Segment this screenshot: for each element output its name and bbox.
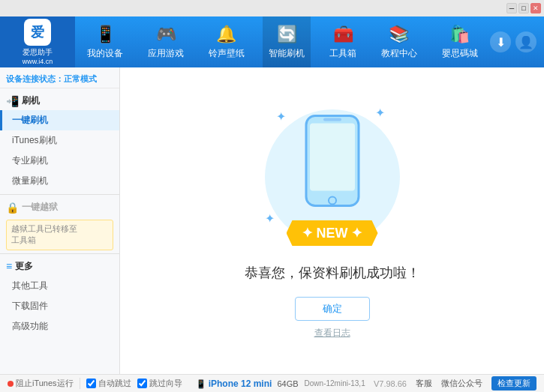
status-bar: 设备连接状态：正常模式 [0,70,119,88]
phone-svg [302,112,362,210]
logo-icon: 爱 [24,19,51,46]
more-section-icon: ≡ [6,260,12,272]
maximize-button[interactable]: □ [518,3,529,13]
sidebar: 设备连接状态：正常模式 📲 刷机 一键刷机 iTunes刷机 专业刷机 微量刷机… [0,67,120,374]
download-button[interactable]: ⬇ [490,31,511,52]
nav-item-ringtones[interactable]: 🔔 铃声壁纸 [203,16,251,67]
sparkle-1: ✦ [276,109,286,124]
content-area: ✦ ✦ ✦ ✦ NEW ✦ 恭喜您，保资料刷机成功啦！ 确定 查看日志 [120,67,544,374]
device-info: 📱 iPhone 12 mini 64GB [196,379,299,389]
smart-flash-icon: 🔄 [277,25,297,44]
nav-item-smart-flash[interactable]: 🔄 智能刷机 [263,16,311,67]
toolbox-icon: 🧰 [333,25,353,44]
svg-rect-1 [310,124,355,191]
my-device-icon: 📱 [95,25,116,44]
customer-service-link[interactable]: 客服 [416,378,432,389]
sidebar-item-download-firmware[interactable]: 下载固件 [0,296,119,316]
sparkle-2: ✦ [375,106,385,120]
skip-wizard-checkbox[interactable]: 跳过向导 [137,378,182,389]
app-games-icon: 🎮 [156,25,176,44]
itunes-status-dot [8,381,14,387]
close-button[interactable]: ✕ [530,3,541,13]
nav-item-baby-store[interactable]: 🛍️ 嬰思碼城 [436,16,484,67]
nav-item-my-device[interactable]: 📱 我的设备 [81,16,129,67]
header: 爱 爱思助手 www.i4.cn 📱 我的设备 🎮 应用游戏 🔔 铃声壁纸 🔄 … [0,16,544,67]
itunes-status: 阻止iTunes运行 [8,378,80,389]
sidebar-item-micro-flash[interactable]: 微量刷机 [0,171,119,191]
sidebar-section-jailbreak: 🔒 一键越狱 [0,198,119,217]
sidebar-item-pro-flash[interactable]: 专业刷机 [0,151,119,171]
phone-icon: 📱 [196,379,209,388]
sidebar-section-flash[interactable]: 📲 刷机 [0,91,119,110]
jailbreak-lock-icon: 🔒 [6,202,19,214]
bottom-left: 阻止iTunes运行 自动跳过 跳过向导 📱 iPhone 12 mini 64… [8,378,374,389]
sidebar-section-more[interactable]: ≡ 更多 [0,257,119,276]
flash-section-icon: 📲 [6,95,19,107]
user-button[interactable]: 👤 [515,31,536,52]
device-name: iPhone 12 mini [209,379,272,389]
tutorial-icon: 📚 [389,25,409,44]
sidebar-item-other-tools[interactable]: 其他工具 [0,276,119,296]
baby-store-icon: 🛍️ [449,25,470,44]
view-log-link[interactable]: 查看日志 [314,327,350,340]
success-illustration: ✦ ✦ ✦ ✦ NEW ✦ [257,102,407,252]
jailbreak-notice: 越狱工具已转移至工具箱 [6,220,113,250]
svg-rect-3 [323,118,341,121]
device-model: Down-12mini-13,1 [305,379,365,388]
auto-skip-checkbox[interactable]: 自动跳过 [86,378,131,389]
confirm-button[interactable]: 确定 [295,297,370,321]
nav-items: 📱 我的设备 🎮 应用游戏 🔔 铃声壁纸 🔄 智能刷机 🧰 工具箱 📚 教程中心… [75,16,490,67]
sparkle-3: ✦ [265,211,275,226]
sidebar-item-itunes-flash[interactable]: iTunes刷机 [0,130,119,151]
minimize-button[interactable]: ─ [506,3,517,13]
sidebar-item-advanced[interactable]: 高级功能 [0,316,119,337]
version-info: V7.98.66 [374,379,407,388]
nav-item-toolbox[interactable]: 🧰 工具箱 [323,16,362,67]
sidebar-divider-1 [0,194,119,195]
nav-item-app-games[interactable]: 🎮 应用游戏 [142,16,190,67]
nav-item-tutorial[interactable]: 📚 教程中心 [375,16,423,67]
ringtones-icon: 🔔 [216,25,236,44]
check-update-button[interactable]: 检查更新 [491,376,536,391]
main-container: 设备连接状态：正常模式 📲 刷机 一键刷机 iTunes刷机 专业刷机 微量刷机… [0,67,544,374]
wechat-link[interactable]: 微信公众号 [441,378,482,389]
logo-area: 爱 爱思助手 www.i4.cn [0,16,75,67]
title-bar: ─ □ ✕ [0,0,544,16]
logo-text: 爱思助手 www.i4.cn [23,47,53,65]
bottom-bar: 阻止iTunes运行 自动跳过 跳过向导 📱 iPhone 12 mini 64… [0,374,544,392]
sidebar-divider-2 [0,253,119,254]
success-text: 恭喜您，保资料刷机成功啦！ [245,264,420,282]
bottom-right: V7.98.66 客服 微信公众号 检查更新 [374,376,536,391]
new-ribbon: ✦ NEW ✦ [287,220,378,246]
device-storage: 64GB [277,379,298,388]
sidebar-item-one-click-flash[interactable]: 一键刷机 [0,110,119,130]
nav-right: ⬇ 👤 [490,31,544,52]
